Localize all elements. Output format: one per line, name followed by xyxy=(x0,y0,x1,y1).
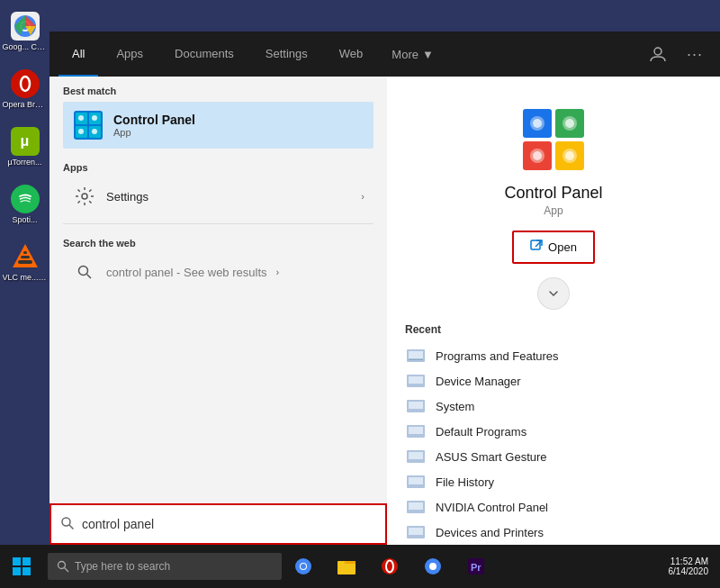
user-icon-button[interactable] xyxy=(642,38,674,70)
start-button[interactable] xyxy=(0,545,43,588)
recent-item-file-history[interactable]: File History xyxy=(405,469,702,494)
more-options-button[interactable]: ··· xyxy=(679,38,711,70)
start-content: Best match xyxy=(50,77,720,545)
svg-point-54 xyxy=(62,518,70,526)
recent-item-default-programs[interactable]: Default Programs xyxy=(405,419,702,444)
recent-label-devices-printers: Devices and Printers xyxy=(436,526,544,539)
start-menu: All Apps Documents Settings Web More ▼ xyxy=(50,32,720,545)
expand-button[interactable] xyxy=(537,277,570,310)
system-icon xyxy=(405,398,427,414)
recent-label-system: System xyxy=(436,400,474,413)
svg-point-17 xyxy=(92,115,97,121)
tab-settings[interactable]: Settings xyxy=(252,32,321,77)
recent-item-devices-printers[interactable]: Devices and Printers xyxy=(405,520,702,545)
recent-item-system[interactable]: System xyxy=(405,394,702,419)
svg-point-33 xyxy=(533,151,542,160)
open-label: Open xyxy=(548,240,577,254)
recent-item-nvidia[interactable]: NVIDIA Control Panel xyxy=(405,494,702,520)
taskbar-items: Type here to search xyxy=(43,545,669,588)
recent-label-file-history: File History xyxy=(436,475,494,489)
default-programs-icon xyxy=(405,423,427,439)
svg-line-36 xyxy=(536,240,542,247)
search-bar-container xyxy=(50,503,387,545)
svg-rect-38 xyxy=(409,351,423,358)
search-web-header: Search the web xyxy=(63,238,374,249)
tab-documents[interactable]: Documents xyxy=(161,32,248,77)
recent-label-default-programs: Default Programs xyxy=(436,425,526,439)
svg-rect-49 xyxy=(409,477,423,484)
left-panel: Best match xyxy=(50,77,387,545)
svg-rect-41 xyxy=(409,376,423,384)
recent-section: Recent Programs and Features xyxy=(387,323,720,545)
tab-web[interactable]: Web xyxy=(326,32,377,77)
svg-point-18 xyxy=(78,129,84,134)
recent-label-nvidia: NVIDIA Control Panel xyxy=(436,501,548,514)
app-item-settings[interactable]: Settings › xyxy=(63,178,374,214)
taskbar-file-explorer[interactable] xyxy=(325,545,368,588)
desktop-icon-vlc-label: VLC me... playe... xyxy=(3,273,48,282)
nvidia-icon xyxy=(405,499,427,515)
open-icon xyxy=(530,240,543,255)
taskbar-chrome[interactable] xyxy=(282,545,325,588)
taskbar-time: 11:52 AM 6/14/2020 xyxy=(669,556,714,576)
settings-arrow: › xyxy=(361,191,364,202)
svg-point-5 xyxy=(16,190,34,208)
recent-label-asus-gesture: ASUS Smart Gesture xyxy=(436,450,547,464)
recent-item-device-manager[interactable]: Device Manager xyxy=(405,368,702,394)
open-button[interactable]: Open xyxy=(516,234,591,260)
search-input[interactable] xyxy=(82,517,376,531)
taskbar-search-label: Type here to search xyxy=(75,560,170,573)
settings-label: Settings xyxy=(106,190,352,204)
svg-rect-45 xyxy=(409,427,423,434)
recent-header: Recent xyxy=(405,323,702,336)
svg-line-55 xyxy=(69,525,74,529)
tab-all[interactable]: All xyxy=(58,32,98,77)
recent-item-asus-gesture[interactable]: ASUS Smart Gesture xyxy=(405,444,702,469)
desktop-icon-chrome-label: Goog... Chro... xyxy=(3,42,48,51)
file-history-icon xyxy=(405,474,427,490)
tab-more[interactable]: More ▼ xyxy=(381,32,445,77)
taskbar: Type here to search xyxy=(0,545,720,588)
taskbar-google-chrome2[interactable] xyxy=(411,545,454,588)
svg-rect-9 xyxy=(23,251,27,254)
desktop-icon-vlc[interactable]: VLC me... playe... xyxy=(3,235,48,289)
desktop-icon-spotify[interactable]: Spoti... xyxy=(3,177,48,231)
search-web-icon xyxy=(72,259,97,285)
svg-point-19 xyxy=(92,129,97,134)
best-match-type: App xyxy=(113,127,195,138)
desktop: Goog... Chro... Opera Brows... μ µTorren… xyxy=(0,0,720,588)
svg-point-16 xyxy=(78,115,84,121)
svg-point-56 xyxy=(58,562,66,569)
tab-apps[interactable]: Apps xyxy=(103,32,157,77)
svg-rect-53 xyxy=(409,528,423,535)
desktop-icon-opera-label: Opera Brows... xyxy=(3,100,48,109)
taskbar-premiere[interactable]: Pr xyxy=(454,545,498,588)
app-detail-name: Control Panel xyxy=(504,184,602,203)
devices-printers-icon xyxy=(405,524,427,540)
windows-logo-icon xyxy=(13,557,31,575)
best-match-header: Best match xyxy=(63,86,374,96)
svg-point-21 xyxy=(79,267,88,276)
desktop-icon-chrome[interactable]: Goog... Chro... xyxy=(3,5,48,59)
svg-line-22 xyxy=(87,275,92,279)
taskbar-search[interactable]: Type here to search xyxy=(48,553,282,580)
best-match-name: Control Panel xyxy=(113,113,195,127)
apps-header: Apps xyxy=(63,162,374,173)
taskbar-opera[interactable] xyxy=(368,545,411,588)
web-search-item[interactable]: control panel - See web results › xyxy=(63,254,374,290)
desktop-icon-opera[interactable]: Opera Brows... xyxy=(3,62,48,116)
desktop-icon-utorrent[interactable]: μ µTorren... xyxy=(3,120,48,174)
recent-item-programs[interactable]: Programs and Features xyxy=(405,343,702,368)
asus-gesture-icon xyxy=(405,448,427,465)
taskbar-right: 11:52 AM 6/14/2020 xyxy=(669,556,721,576)
search-bar-icon xyxy=(60,516,75,533)
best-match-item-control-panel[interactable]: Control Panel App xyxy=(63,102,374,149)
svg-point-10 xyxy=(654,48,662,55)
best-match-info: Control Panel App xyxy=(113,113,195,138)
svg-rect-8 xyxy=(21,256,30,258)
svg-point-20 xyxy=(82,194,87,199)
start-nav: All Apps Documents Settings Web More ▼ xyxy=(50,32,720,77)
search-web-section: Search the web control panel - See web r… xyxy=(50,229,387,294)
svg-rect-39 xyxy=(409,359,423,360)
svg-point-32 xyxy=(565,119,574,128)
